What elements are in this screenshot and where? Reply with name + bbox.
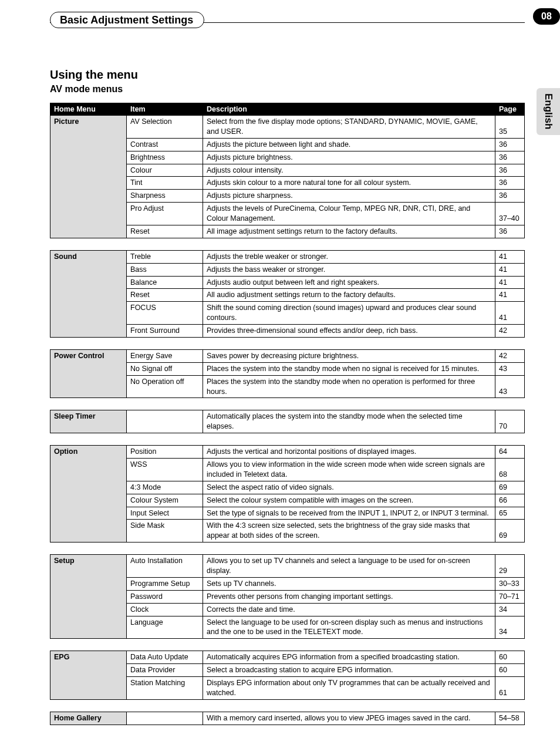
page-cell: 66 xyxy=(495,494,525,507)
table-row: BassAdjusts the bass weaker or stronger.… xyxy=(50,263,525,276)
menu-name-cell xyxy=(50,375,127,398)
description-cell: All audio adjustment settings return to … xyxy=(203,289,495,302)
description-cell: Adjusts audio output between left and ri… xyxy=(203,276,495,289)
description-cell: Allows you to view information in the wi… xyxy=(203,459,495,481)
description-cell: Adjusts the bass weaker or stronger. xyxy=(203,263,495,276)
menu-name-cell xyxy=(50,263,127,276)
item-cell: Balance xyxy=(127,276,203,289)
page-cell: 37–40 xyxy=(495,203,525,225)
menu-name-cell xyxy=(50,177,127,190)
page-cell: 36 xyxy=(495,164,525,177)
page-cell: 36 xyxy=(495,190,525,203)
menu-name-cell xyxy=(50,325,127,338)
item-cell: Station Matching xyxy=(127,677,203,700)
table-row: Front SurroundProvides three-dimensional… xyxy=(50,325,525,338)
table-row: ResetAll audio adjustment settings retur… xyxy=(50,289,525,302)
item-cell: No Signal off xyxy=(127,362,203,375)
page-cell: 61 xyxy=(495,677,525,700)
language-side-tab: English xyxy=(537,88,560,135)
page-cell: 30–33 xyxy=(495,577,525,590)
chapter-title: Basic Adjustment Settings xyxy=(56,14,193,26)
table-row: WSSAllows you to view information in the… xyxy=(50,459,525,481)
description-cell: Shift the sound coming direction (sound … xyxy=(203,302,495,325)
menu-name-cell xyxy=(50,289,127,302)
table-row: No Signal offPlaces the system into the … xyxy=(50,362,525,375)
item-cell: Language xyxy=(127,616,203,639)
column-header: Page xyxy=(495,103,525,116)
page-cell: 36 xyxy=(495,225,525,238)
item-cell: Treble xyxy=(127,250,203,263)
menu-table: SoundTrebleAdjusts the treble weaker or … xyxy=(50,250,525,338)
page-cell: 41 xyxy=(495,250,525,263)
table-row: Power ControlEnergy SaveSaves power by d… xyxy=(50,349,525,362)
item-cell: Sharpness xyxy=(127,190,203,203)
description-cell: Allows you to set up TV channels and sel… xyxy=(203,555,495,578)
page-cell: 69 xyxy=(495,520,525,543)
item-cell: 4:3 Mode xyxy=(127,481,203,494)
item-cell: Tint xyxy=(127,177,203,190)
menu-table: Sleep TimerAutomatically places the syst… xyxy=(50,410,525,433)
menu-name-cell xyxy=(50,494,127,507)
table-row: PasswordPrevents other persons from chan… xyxy=(50,590,525,603)
item-cell: Brightness xyxy=(127,151,203,164)
page-cell: 64 xyxy=(495,446,525,459)
table-row: Input SelectSet the type of signals to b… xyxy=(50,507,525,520)
item-cell: Colour System xyxy=(127,494,203,507)
description-cell: Set the type of signals to be received f… xyxy=(203,507,495,520)
page-cell: 70–71 xyxy=(495,590,525,603)
menu-name-cell xyxy=(50,190,127,203)
description-cell: Select a broadcasting station to acquire… xyxy=(203,664,495,677)
item-cell: Energy Save xyxy=(127,349,203,362)
column-header: Home Menu xyxy=(50,103,127,116)
menu-name-cell xyxy=(50,459,127,481)
description-cell: Displays EPG information about only TV p… xyxy=(203,677,495,700)
table-row: OptionPositionAdjusts the vertical and h… xyxy=(50,446,525,459)
chapter-number-badge: 08 xyxy=(533,8,560,25)
item-cell: Bass xyxy=(127,263,203,276)
item-cell: Reset xyxy=(127,289,203,302)
item-cell: Clock xyxy=(127,603,203,616)
description-cell: All image adjustment settings return to … xyxy=(203,225,495,238)
page-cell: 36 xyxy=(495,151,525,164)
page-cell: 41 xyxy=(495,263,525,276)
section-subheading: AV mode menus xyxy=(50,84,525,95)
page-cell: 41 xyxy=(495,302,525,325)
table-row: EPGData Auto UpdateAutomatically acquire… xyxy=(50,651,525,664)
item-cell: Input Select xyxy=(127,507,203,520)
menu-table: Power ControlEnergy SaveSaves power by d… xyxy=(50,349,525,399)
description-cell: Adjusts the levels of PureCinema, Colour… xyxy=(203,203,495,225)
item-cell: Programme Setup xyxy=(127,577,203,590)
description-cell: Select the colour system compatible with… xyxy=(203,494,495,507)
table-row: Side MaskWith the 4:3 screen size select… xyxy=(50,520,525,543)
menu-name-cell xyxy=(50,138,127,151)
menu-name-cell: Picture xyxy=(50,116,127,139)
menu-name-cell: Sleep Timer xyxy=(50,410,127,433)
item-cell: Auto Installation xyxy=(127,555,203,578)
menu-table: EPGData Auto UpdateAutomatically acquire… xyxy=(50,651,525,700)
item-cell: Reset xyxy=(127,225,203,238)
menu-name-cell xyxy=(50,577,127,590)
description-cell: Places the system into the standby mode … xyxy=(203,362,495,375)
page-cell: 43 xyxy=(495,362,525,375)
table-row: Pro AdjustAdjusts the levels of PureCine… xyxy=(50,203,525,225)
item-cell: FOCUS xyxy=(127,302,203,325)
page-cell: 54–58 xyxy=(495,712,525,725)
menu-name-cell xyxy=(50,203,127,225)
description-cell: Prevents other persons from changing imp… xyxy=(203,590,495,603)
menu-table: OptionPositionAdjusts the vertical and h… xyxy=(50,445,525,543)
description-cell: Places the system into the standby mode … xyxy=(203,375,495,398)
page-cell: 60 xyxy=(495,664,525,677)
table-row: Programme SetupSets up TV channels.30–33 xyxy=(50,577,525,590)
description-cell: Adjusts picture sharpness. xyxy=(203,190,495,203)
item-cell: AV Selection xyxy=(127,116,203,139)
table-row: SetupAuto InstallationAllows you to set … xyxy=(50,555,525,578)
column-header: Item xyxy=(127,103,203,116)
description-cell: Provides three-dimensional sound effects… xyxy=(203,325,495,338)
description-cell: Automatically acquires EPG information f… xyxy=(203,651,495,664)
menu-name-cell xyxy=(50,225,127,238)
description-cell: Select the aspect ratio of video signals… xyxy=(203,481,495,494)
page-cell: 68 xyxy=(495,459,525,481)
table-row: LanguageSelect the language to be used f… xyxy=(50,616,525,639)
table-row: Sleep TimerAutomatically places the syst… xyxy=(50,410,525,433)
description-cell: Adjusts skin colour to a more natural to… xyxy=(203,177,495,190)
